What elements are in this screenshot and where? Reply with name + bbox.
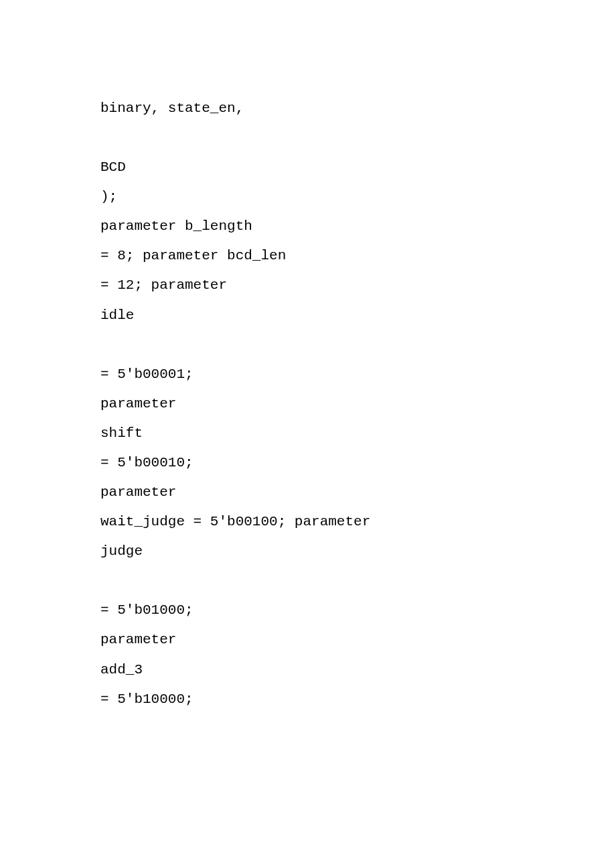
code-line: wait_judge = 5'b00100; parameter: [100, 507, 516, 537]
code-line: judge: [100, 537, 516, 566]
code-line: = 5'b00010;: [100, 448, 516, 478]
code-line: BCD: [100, 153, 516, 182]
code-line: = 8; parameter bcd_len: [100, 241, 516, 271]
code-line: = 12; parameter: [100, 271, 516, 300]
code-line: parameter b_length: [100, 212, 516, 241]
code-line: parameter: [100, 625, 516, 655]
code-line: = 5'b01000;: [100, 596, 516, 625]
code-line: parameter: [100, 389, 516, 419]
code-line: );: [100, 182, 516, 212]
code-line: add_3: [100, 655, 516, 685]
blank-line: [100, 566, 516, 596]
code-line: = 5'b10000;: [100, 685, 516, 714]
blank-line: [100, 330, 516, 360]
document-page: binary, state_en, BCD ); parameter b_len…: [0, 0, 616, 714]
code-line: parameter: [100, 478, 516, 507]
code-line: idle: [100, 301, 516, 330]
code-line: binary, state_en,: [100, 94, 516, 123]
blank-line: [100, 123, 516, 153]
code-line: = 5'b00001;: [100, 360, 516, 389]
code-line: shift: [100, 419, 516, 448]
